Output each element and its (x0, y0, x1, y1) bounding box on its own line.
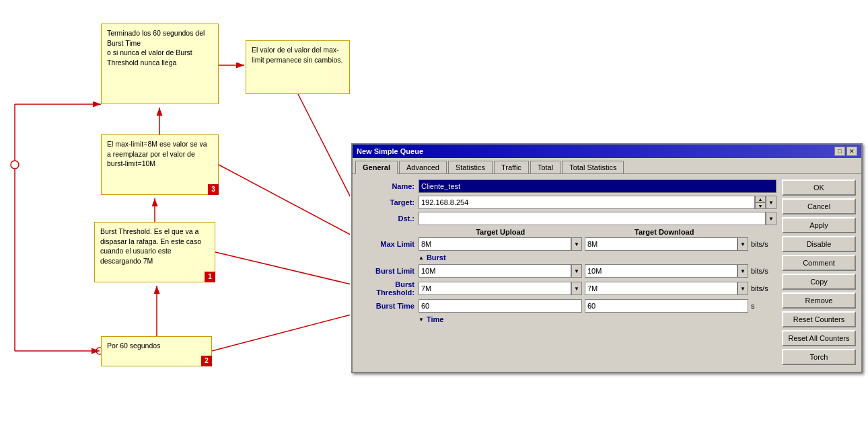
target-down-btn[interactable]: ▼ (755, 202, 766, 209)
note-burst-threshold: Burst Threshold. Es el que va a dispasar… (94, 222, 215, 282)
diagram-area: Terminado los 60 segundos del Burst Time… (0, 0, 350, 437)
svg-line-9 (212, 308, 350, 351)
titlebar-buttons: □ ✕ (834, 147, 857, 156)
note-60-seconds: Por 60 segundos 2 (101, 336, 212, 366)
svg-point-10 (11, 161, 19, 169)
reset-all-counters-button[interactable]: Reset All Counters (782, 330, 856, 346)
ok-button[interactable]: OK (782, 180, 856, 196)
burst-time-row: Burst Time s (358, 299, 776, 313)
dst-row: Dst.: ▼ (358, 212, 776, 225)
target-arrow-btns: ▲ ▼ (755, 196, 766, 209)
restore-button[interactable]: □ (834, 147, 845, 156)
note-max-limit-stays: El valor de el valor del max-limit perma… (246, 40, 350, 94)
burst-limit-download-input[interactable] (585, 264, 737, 278)
tab-statistics[interactable]: Statistics (448, 161, 493, 173)
target-upload-header: Target Upload (419, 228, 583, 236)
burst-section-header: ▲ Burst (419, 253, 776, 262)
disable-button[interactable]: Disable (782, 236, 856, 252)
tab-advanced[interactable]: Advanced (399, 161, 447, 173)
burst-time-units: s (748, 302, 776, 310)
burst-time-upload-input[interactable] (419, 299, 582, 313)
max-limit-label: Max Limit (358, 240, 419, 248)
max-limit-download-dropdown[interactable]: ▼ (737, 237, 748, 251)
tab-general[interactable]: General (355, 161, 398, 174)
apply-button[interactable]: Apply (782, 217, 856, 233)
torch-button[interactable]: Torch (782, 349, 856, 365)
max-limit-units: bits/s (748, 240, 776, 248)
time-section-header: ▼ Time (419, 315, 776, 323)
max-limit-download-input[interactable] (585, 237, 737, 251)
max-limit-row: Max Limit ▼ ▼ bits/s (358, 237, 776, 251)
tab-traffic[interactable]: Traffic (494, 161, 529, 173)
remove-button[interactable]: Remove (782, 292, 856, 309)
buttons-area: OK Cancel Apply Disable Comment Copy Rem… (782, 180, 856, 366)
note-burst-time: Terminado los 60 segundos del Burst Time… (101, 24, 219, 104)
svg-line-5 (219, 165, 350, 249)
burst-threshold-download-input[interactable] (585, 282, 737, 295)
tab-total[interactable]: Total (530, 161, 560, 173)
dialog-titlebar: New Simple Queue □ ✕ (353, 145, 861, 158)
burst-triangle-icon: ▲ (419, 255, 424, 261)
name-input[interactable] (419, 180, 776, 193)
dialog-tabs: General Advanced Statistics Traffic Tota… (353, 158, 861, 173)
burst-threshold-units: bits/s (748, 284, 776, 292)
burst-time-download-input[interactable] (585, 299, 748, 313)
comment-button[interactable]: Comment (782, 255, 856, 271)
new-simple-queue-dialog: New Simple Queue □ ✕ General Advanced St… (351, 143, 863, 373)
burst-threshold-row: Burst Threshold: ▼ ▼ bits/s (358, 280, 776, 296)
name-label: Name: (358, 182, 419, 190)
time-section-label: Time (427, 315, 443, 323)
dst-input[interactable] (419, 212, 766, 225)
copy-button[interactable]: Copy (782, 274, 856, 290)
reset-counters-button[interactable]: Reset Counters (782, 311, 856, 327)
target-dropdown-btn[interactable]: ▼ (766, 196, 776, 209)
cancel-button[interactable]: Cancel (782, 198, 856, 214)
svg-line-4 (298, 94, 350, 249)
burst-limit-row: Burst Limit ▼ ▼ bits/s (358, 264, 776, 278)
time-triangle-icon: ▼ (419, 317, 424, 323)
burst-limit-label: Burst Limit (358, 267, 419, 275)
burst-limit-upload-dropdown[interactable]: ▼ (571, 264, 582, 278)
burst-limit-units: bits/s (748, 267, 776, 275)
target-download-header: Target Download (583, 228, 747, 236)
badge-1: 1 (205, 272, 215, 282)
tab-total-statistics[interactable]: Total Statistics (562, 161, 624, 173)
max-limit-upload-input[interactable] (419, 237, 571, 251)
badge-3: 3 (208, 184, 219, 195)
target-label: Target: (358, 198, 419, 206)
burst-threshold-upload-input[interactable] (419, 282, 571, 295)
burst-threshold-download-dropdown[interactable]: ▼ (737, 282, 748, 295)
form-area: Name: Target: ▲ ▼ ▼ Dst.: (358, 180, 776, 366)
svg-line-7 (215, 252, 350, 290)
form-spacer (358, 326, 776, 366)
target-row: Target: ▲ ▼ ▼ (358, 196, 776, 209)
target-input[interactable] (419, 196, 755, 209)
dst-dropdown-btn[interactable]: ▼ (766, 212, 776, 225)
target-up-btn[interactable]: ▲ (755, 196, 766, 202)
close-button[interactable]: ✕ (846, 147, 857, 156)
max-limit-upload-dropdown[interactable]: ▼ (571, 237, 582, 251)
dialog-content: Name: Target: ▲ ▼ ▼ Dst.: (353, 173, 861, 372)
note-max-limit-replace: El max-limit=8M ese valor se va a reempl… (101, 134, 219, 195)
dialog-title: New Simple Queue (357, 147, 423, 155)
burst-limit-download-dropdown[interactable]: ▼ (737, 264, 748, 278)
burst-time-label: Burst Time (358, 302, 419, 310)
name-row: Name: (358, 180, 776, 193)
dst-label: Dst.: (358, 214, 419, 223)
burst-threshold-label: Burst Threshold: (358, 280, 419, 296)
burst-section-label: Burst (427, 253, 446, 262)
badge-2: 2 (201, 356, 212, 366)
burst-threshold-upload-dropdown[interactable]: ▼ (571, 282, 582, 295)
burst-limit-upload-input[interactable] (419, 264, 571, 278)
